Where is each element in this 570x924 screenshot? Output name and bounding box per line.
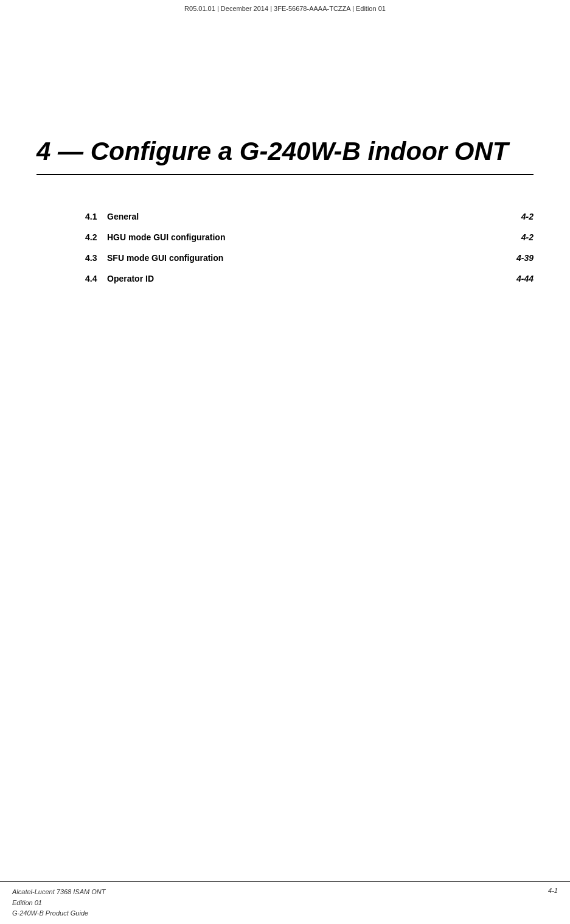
toc-page-num-4-1: 4-2 xyxy=(521,212,534,221)
page-header: R05.01.01 | December 2014 | 3FE-56678-AA… xyxy=(0,2,570,15)
chapter-title: 4 — Configure a G-240W-B indoor ONT xyxy=(36,136,534,167)
footer-left: Alcatel-Lucent 7368 ISAM ONT Edition 01 … xyxy=(12,887,105,919)
footer-left-line3: G-240W-B Product Guide xyxy=(12,908,105,919)
toc-page-num-4-3: 4-39 xyxy=(516,253,534,263)
toc-section-num-4-1: 4.1 xyxy=(85,212,103,221)
toc-section-title-4-4: Operator ID xyxy=(107,274,508,283)
toc-item-4-1: 4.1 General 4-2 xyxy=(85,212,534,221)
footer-right: 4-1 xyxy=(548,887,558,894)
toc-section: 4.1 General 4-2 4.2 HGU mode GUI configu… xyxy=(36,212,534,294)
toc-page-num-4-2: 4-2 xyxy=(521,232,534,242)
main-content: 4 — Configure a G-240W-B indoor ONT 4.1 … xyxy=(0,15,570,881)
chapter-dash: — xyxy=(58,137,83,165)
toc-section-title-4-3: SFU mode GUI configuration xyxy=(107,253,508,263)
chapter-title-section: 4 — Configure a G-240W-B indoor ONT xyxy=(36,136,534,200)
toc-item-4-2: 4.2 HGU mode GUI configuration 4-2 xyxy=(85,232,534,242)
toc-section-num-4-3: 4.3 xyxy=(85,253,103,263)
chapter-number: 4 xyxy=(36,137,50,165)
page-footer: Alcatel-Lucent 7368 ISAM ONT Edition 01 … xyxy=(0,881,570,924)
chapter-divider xyxy=(36,174,534,175)
toc-section-title-4-2: HGU mode GUI configuration xyxy=(107,232,513,242)
toc-item-4-3: 4.3 SFU mode GUI configuration 4-39 xyxy=(85,253,534,263)
page-container: R05.01.01 | December 2014 | 3FE-56678-AA… xyxy=(0,0,570,924)
chapter-title-text: Configure a G-240W-B indoor ONT xyxy=(91,137,509,165)
toc-section-num-4-2: 4.2 xyxy=(85,232,103,242)
toc-item-4-4: 4.4 Operator ID 4-44 xyxy=(85,274,534,283)
footer-left-line2: Edition 01 xyxy=(12,898,105,909)
footer-left-line1: Alcatel-Lucent 7368 ISAM ONT xyxy=(12,887,105,898)
toc-section-title-4-1: General xyxy=(107,212,513,221)
toc-page-num-4-4: 4-44 xyxy=(516,274,534,283)
header-text: R05.01.01 | December 2014 | 3FE-56678-AA… xyxy=(184,5,386,12)
toc-section-num-4-4: 4.4 xyxy=(85,274,103,283)
footer-page-number: 4-1 xyxy=(548,887,558,894)
